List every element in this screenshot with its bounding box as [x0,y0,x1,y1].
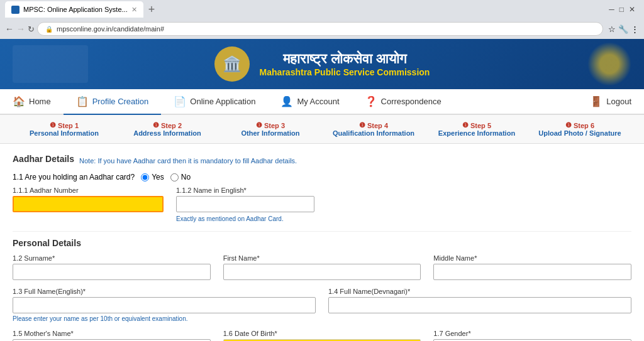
step5-error-icon: ❶ [462,121,469,129]
lock-icon: 🔒 [45,26,53,33]
extension-icon[interactable]: 🔧 [618,24,628,34]
application-icon: 📄 [174,95,186,107]
aadhar-name-label: 1.1.2 Name in English* [176,187,314,194]
middle-name-input[interactable] [433,264,631,280]
nav-correspondence[interactable]: ❓ Correspondence [352,89,454,115]
step4-label: Qualification Information [333,129,414,137]
full-name-hint: Please enter your name as per 10th or eq… [13,315,316,322]
step3-error-icon: ❶ [256,121,262,129]
aadhar-question-label: 1.1 Are you holding an Aadhar card? [13,173,135,181]
first-name-group: First Name* [223,254,421,280]
step-3[interactable]: ❶ Step 3 Other Information [219,121,322,137]
header-decoration-right [587,42,631,86]
middle-name-group: Middle Name* [433,254,631,280]
step-5[interactable]: ❶ Step 5 Experience Information [425,121,528,137]
restore-icon[interactable]: □ [619,5,624,14]
aadhar-no-option[interactable]: No [170,173,191,181]
surname-input[interactable] [13,264,211,280]
aadhar-number-label: 1.1.1 Aadhar Number [13,187,164,194]
aadhar-note: Note: If you have Aadhar card then it is… [79,157,297,165]
aadhar-question-row: 1.1 Are you holding an Aadhar card? Yes … [13,173,631,181]
nav-my-account[interactable]: 👤 My Account [268,89,352,115]
new-tab-button[interactable]: + [146,3,158,16]
full-name-devnagari-input[interactable] [328,297,631,313]
full-name-row: 1.3 Full Name(English)* Please enter you… [13,288,631,322]
dob-group: 1.6 Date Of Birth* [223,330,421,341]
full-name-devnagari-label: 1.4 Full Name(Devnagari)* [328,288,631,295]
step-2[interactable]: ❶ Step 2 Address Information [116,121,219,137]
full-name-english-input[interactable] [13,297,316,313]
surname-label: 1.2 Surname* [13,254,211,262]
step6-label: Upload Photo / Signature [538,129,621,137]
address-bar[interactable]: 🔒 mpsconline.gov.in/candidate/main# [37,22,603,36]
dob-label: 1.6 Date Of Birth* [223,330,421,337]
nav-profile-creation[interactable]: 📋 Profile Creation [64,89,162,115]
steps-bar: ❶ Step 1 Personal Information ❶ Step 2 A… [0,115,644,144]
logout-icon: 🚪 [590,95,602,107]
full-name-devnagari-group: 1.4 Full Name(Devnagari)* [328,288,631,322]
main-content: Aadhar Details Note: If you have Aadhar … [0,144,644,341]
step6-number: Step 6 [574,122,594,129]
gender-group: 1.7 Gender* Select Male Female Other [433,330,631,341]
header-content: 🏛️ महाराष्ट्र लोकसेवा आयोग Maharashtra P… [214,46,430,82]
header-decoration-left [13,45,88,83]
name-row: 1.2 Surname* First Name* Middle Name* [13,254,631,280]
step4-error-icon: ❶ [359,121,365,129]
aadhar-number-input[interactable] [13,196,164,212]
step3-label: Other Information [242,129,300,137]
aadhar-header: Aadhar Details Note: If you have Aadhar … [13,154,631,168]
aadhar-no-label: No [181,173,191,181]
step1-label: Personal Information [30,129,99,137]
aadhar-radio-group: Yes No [141,173,191,181]
aadhar-title: Aadhar Details [13,154,74,164]
nav-online-application[interactable]: 📄 Online Application [161,89,268,115]
active-tab[interactable]: MPSC: Online Application Syste... ✕ [5,1,143,18]
aadhar-name-note: Exactly as mentioned on Aadhar Card. [176,215,314,222]
mother-name-group: 1.5 Mother's Name* [13,330,211,341]
marathi-title: महाराष्ट्र लोकसेवा आयोग [260,51,430,67]
gender-label: 1.7 Gender* [433,330,631,337]
aadhar-no-radio[interactable] [170,173,179,181]
step1-error-icon: ❶ [50,121,56,129]
menu-icon[interactable]: ⋮ [631,24,639,34]
aadhar-inputs-row: 1.1.1 Aadhar Number 1.1.2 Name in Englis… [13,187,631,222]
close-window-icon[interactable]: ✕ [629,5,635,14]
tab-close-icon[interactable]: ✕ [131,6,137,14]
step-6[interactable]: ❶ Step 6 Upload Photo / Signature [528,121,631,137]
aadhar-name-input[interactable] [176,196,314,212]
url-text: mpsconline.gov.in/candidate/main# [57,25,164,33]
aadhar-yes-radio[interactable] [141,173,149,181]
aadhar-number-group: 1.1.1 Aadhar Number [13,187,164,222]
aadhar-section: Aadhar Details Note: If you have Aadhar … [13,154,631,222]
profile-icon: 📋 [76,95,89,107]
english-title: Maharashtra Public Service Commission [260,67,430,77]
personal-details-section: Personal Details 1.2 Surname* First Name… [13,231,631,341]
aadhar-yes-option[interactable]: Yes [141,173,164,181]
nav-logout[interactable]: 🚪 Logout [577,89,644,115]
step-1[interactable]: ❶ Step 1 Personal Information [13,121,116,137]
main-navigation: 🏠 Home 📋 Profile Creation 📄 Online Appli… [0,89,644,115]
step2-number: Step 2 [161,122,182,129]
bookmark-icon[interactable]: ☆ [608,24,616,34]
step6-error-icon: ❶ [565,121,572,129]
home-icon: 🏠 [13,95,25,107]
reload-button[interactable]: ↻ [28,24,35,34]
surname-group: 1.2 Surname* [13,254,211,280]
step3-number: Step 3 [264,122,285,129]
emblem-icon: 🏛️ [214,46,250,82]
forward-button[interactable]: → [16,24,25,34]
back-button[interactable]: ← [5,24,14,34]
step5-number: Step 5 [470,122,491,129]
step2-error-icon: ❶ [153,121,159,129]
middle-name-label: Middle Name* [433,254,631,262]
correspondence-icon: ❓ [365,95,377,107]
nav-home[interactable]: 🏠 Home [0,89,64,115]
tab-title: MPSC: Online Application Syste... [23,6,128,13]
full-name-english-label: 1.3 Full Name(English)* [13,288,316,295]
minimize-icon[interactable]: ─ [609,5,614,14]
step1-number: Step 1 [58,122,79,129]
personal-details-title: Personal Details [13,231,631,248]
mother-dob-gender-row: 1.5 Mother's Name* 1.6 Date Of Birth* 1.… [13,330,631,341]
step-4[interactable]: ❶ Step 4 Qualification Information [322,121,425,137]
first-name-input[interactable] [223,264,421,280]
